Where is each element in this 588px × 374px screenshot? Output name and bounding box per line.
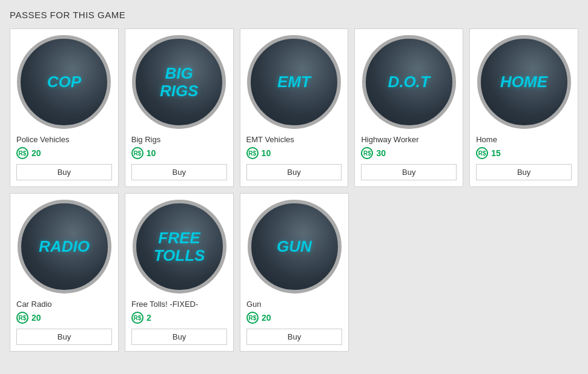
pass-icon-free-tolls: FREE TOLLS [133, 200, 226, 294]
pass-icon-radio: RADIO [18, 200, 111, 294]
pass-name-dot: Highway Worker [361, 135, 457, 144]
buy-button-cop[interactable]: Buy [16, 164, 112, 180]
robux-icon-big-rigs: R$ [131, 147, 144, 159]
price-value-dot: 30 [376, 148, 386, 158]
buy-button-gun[interactable]: Buy [246, 329, 342, 345]
buy-button-radio[interactable]: Buy [16, 329, 112, 345]
pass-price-cop: R$20 [16, 147, 112, 159]
robux-icon-emt: R$ [246, 147, 259, 159]
pass-card-cop: COPPolice VehiclesR$20Buy [10, 28, 119, 187]
pass-name-home: Home [476, 135, 572, 144]
pass-icon-text-home: HOME [500, 73, 547, 91]
pass-icon-text-big-rigs: BIG RIGS [160, 65, 199, 99]
pass-name-radio: Car Radio [16, 300, 112, 309]
pass-name-big-rigs: Big Rigs [131, 135, 227, 144]
passes-row-0: COPPolice VehiclesR$20BuyBIG RIGSBig Rig… [10, 28, 578, 187]
page-title: PASSES FOR THIS GAME [10, 10, 578, 20]
price-value-big-rigs: 10 [147, 148, 156, 158]
price-value-radio: 20 [31, 313, 41, 323]
pass-card-radio: RADIOCar RadioR$20Buy [10, 193, 119, 352]
robux-icon-cop: R$ [16, 147, 28, 159]
pass-price-gun: R$20 [246, 312, 342, 324]
buy-button-big-rigs[interactable]: Buy [131, 164, 227, 180]
robux-icon-radio: R$ [16, 312, 28, 324]
passes-row-1: RADIOCar RadioR$20BuyFREE TOLLSFree Toll… [10, 193, 578, 352]
price-value-cop: 20 [31, 148, 41, 158]
pass-icon-text-emt: EMT [277, 73, 311, 91]
buy-button-home[interactable]: Buy [476, 164, 572, 180]
pass-icon-text-radio: RADIO [39, 238, 90, 255]
pass-icon-text-dot: D.O.T [388, 73, 430, 91]
robux-icon-home: R$ [476, 147, 488, 159]
buy-button-dot[interactable]: Buy [361, 164, 457, 180]
buy-button-free-tolls[interactable]: Buy [131, 329, 227, 345]
robux-icon-free-tolls: R$ [131, 312, 144, 324]
pass-icon-text-gun: GUN [277, 238, 312, 255]
pass-icon-cop: COP [17, 35, 111, 129]
pass-price-home: R$15 [476, 147, 572, 159]
robux-icon-gun: R$ [246, 312, 259, 324]
pass-price-emt: R$10 [246, 147, 342, 159]
pass-card-free-tolls: FREE TOLLSFree Tolls! -FIXED-R$2Buy [125, 193, 234, 352]
pass-name-free-tolls: Free Tolls! -FIXED- [131, 300, 227, 309]
pass-icon-text-cop: COP [47, 73, 81, 91]
robux-icon-dot: R$ [361, 147, 373, 159]
pass-card-gun: GUNGunR$20Buy [240, 193, 349, 352]
pass-icon-text-free-tolls: FREE TOLLS [154, 229, 205, 264]
pass-icon-home: HOME [477, 35, 571, 129]
pass-price-radio: R$20 [16, 312, 112, 324]
pass-name-gun: Gun [246, 300, 342, 309]
price-value-home: 15 [491, 148, 501, 158]
pass-name-cop: Police Vehicles [16, 135, 112, 144]
pass-icon-dot: D.O.T [362, 35, 456, 129]
pass-card-dot: D.O.THighway WorkerR$30Buy [354, 28, 463, 187]
pass-price-free-tolls: R$2 [131, 312, 227, 324]
price-value-emt: 10 [262, 148, 271, 158]
buy-button-emt[interactable]: Buy [246, 164, 342, 180]
pass-icon-gun: GUN [248, 200, 342, 294]
passes-container: COPPolice VehiclesR$20BuyBIG RIGSBig Rig… [10, 28, 578, 352]
pass-price-dot: R$30 [361, 147, 457, 159]
pass-price-big-rigs: R$10 [131, 147, 227, 159]
pass-card-home: HOMEHomeR$15Buy [469, 28, 578, 187]
pass-icon-big-rigs: BIG RIGS [132, 35, 226, 129]
pass-card-emt: EMTEMT VehiclesR$10Buy [240, 28, 349, 187]
pass-icon-emt: EMT [247, 35, 341, 129]
price-value-free-tolls: 2 [147, 313, 151, 323]
price-value-gun: 20 [262, 313, 271, 323]
pass-card-big-rigs: BIG RIGSBig RigsR$10Buy [125, 28, 234, 187]
pass-name-emt: EMT Vehicles [246, 135, 342, 144]
